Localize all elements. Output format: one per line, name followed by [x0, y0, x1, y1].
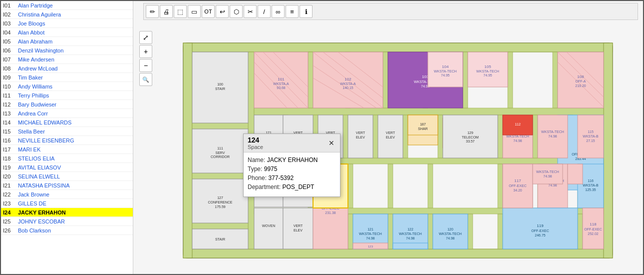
list-item[interactable]: I02Christina Aguilera: [1, 10, 133, 19]
svg-rect-2: [183, 249, 613, 258]
list-item[interactable]: I23GILLES DE: [1, 199, 133, 208]
item-name: MARI EK: [18, 146, 40, 152]
zoom-in-btn[interactable]: +: [139, 45, 152, 58]
item-name: Bary Budwieser: [18, 102, 56, 108]
svg-text:ELEV: ELEV: [356, 136, 365, 139]
popup-type-value: 9975: [264, 166, 278, 172]
svg-rect-1: [183, 43, 613, 52]
item-number: I09: [3, 74, 18, 80]
list-item[interactable]: I04Alan Abbot: [1, 28, 133, 37]
popup-header: 124 Space ✕: [244, 134, 340, 152]
list-item[interactable]: I07Mike Andersen: [1, 55, 133, 64]
tool-undo[interactable]: ↩: [216, 5, 229, 18]
item-number: I19: [3, 164, 18, 170]
list-item[interactable]: I19AVITAL ELIASOV: [1, 163, 133, 172]
svg-text:WKSTA-TECH: WKSTA-TECH: [541, 130, 564, 134]
list-item[interactable]: I22Jack Browne: [1, 190, 133, 199]
tool-copy[interactable]: ⬚: [174, 5, 187, 18]
list-item[interactable]: I14MICHAEL EDWARDS: [1, 118, 133, 127]
item-number: I10: [3, 84, 18, 90]
item-number: I02: [3, 12, 18, 18]
tool-shape[interactable]: ⬡: [230, 5, 243, 18]
item-name: NEVILLE EISENBERG: [18, 138, 74, 144]
svg-rect-25: [498, 115, 503, 158]
fit-btn[interactable]: ⤢: [139, 31, 152, 44]
list-item[interactable]: I06Denzil Washington: [1, 46, 133, 55]
svg-text:101: 101: [278, 77, 285, 82]
list-item[interactable]: I13Andrea Corr: [1, 109, 133, 118]
svg-rect-22: [373, 115, 378, 158]
svg-text:OFF-EXEC: OFF-EXEC: [584, 228, 602, 231]
svg-text:246.75: 246.75: [535, 234, 546, 237]
item-name: Tim Baker: [18, 74, 43, 80]
popup-phone-value: 377-5392: [268, 174, 294, 182]
item-number: I21: [3, 182, 18, 188]
list-item[interactable]: I03Joe Bloogs: [1, 19, 133, 28]
popup-title-area: 124 Space: [248, 136, 263, 150]
tool-print[interactable]: 🖨: [160, 5, 173, 18]
item-number: I25: [3, 218, 18, 224]
list-item[interactable]: I10Andy Williams: [1, 82, 133, 91]
svg-text:100: 100: [217, 82, 223, 86]
list-item[interactable]: I25JOHNY ESCOBAR: [1, 217, 133, 226]
svg-text:ELEV: ELEV: [294, 228, 303, 232]
tool-cut[interactable]: ✂: [244, 5, 257, 18]
tool-list[interactable]: ≡: [286, 5, 299, 18]
svg-rect-37: [428, 214, 433, 249]
item-number: I13: [3, 110, 18, 116]
svg-text:129: 129: [467, 131, 473, 134]
svg-rect-6: [192, 123, 248, 129]
svg-rect-4: [604, 43, 613, 258]
popup-name-value: JACKY ERHAHON: [267, 156, 318, 164]
item-number: I05: [3, 38, 18, 44]
map-canvas[interactable]: 101 WKSTA-A 93.68 102 WKSTA-A 140.15 103…: [133, 23, 643, 274]
list-item[interactable]: I15Stella Beer: [1, 127, 133, 136]
svg-text:VERT: VERT: [294, 224, 303, 228]
svg-text:104: 104: [442, 64, 449, 69]
list-item[interactable]: I11Terry Phillips: [1, 91, 133, 100]
svg-text:219.20: 219.20: [575, 84, 586, 88]
list-item[interactable]: I26Bob Clarkson: [1, 226, 133, 235]
zoom-out-btn[interactable]: −: [139, 59, 152, 72]
svg-text:116: 116: [588, 179, 594, 182]
tool-line[interactable]: /: [258, 5, 271, 18]
svg-text:OFF-A: OFF-A: [576, 80, 586, 83]
svg-rect-35: [348, 214, 353, 249]
item-name: AVITAL ELIASOV: [18, 164, 61, 170]
svg-text:120: 120: [447, 228, 453, 231]
list-item[interactable]: I21NATASHA EPISSINA: [1, 181, 133, 190]
tool-infinity[interactable]: ∞: [272, 5, 285, 18]
list-item[interactable]: I09Tim Baker: [1, 73, 133, 82]
search-btn[interactable]: 🔍: [139, 73, 152, 86]
tool-text[interactable]: OT: [202, 5, 215, 18]
main-container: I01Alan PartridgeI02Christina AguileraI0…: [0, 0, 644, 275]
svg-text:WKSTA-B: WKSTA-B: [583, 184, 599, 187]
list-item[interactable]: I05Alan Abraham: [1, 37, 133, 46]
list-item[interactable]: I08Andrew McLoad: [1, 64, 133, 73]
list-item[interactable]: I12Bary Budwieser: [1, 100, 133, 109]
list-item[interactable]: I18STELIOS ELIA: [1, 154, 133, 163]
item-number: I15: [3, 128, 18, 134]
list-item[interactable]: I16NEVILLE EISENBERG: [1, 136, 133, 145]
list-item[interactable]: I20SELINA ELWELL: [1, 172, 133, 181]
svg-text:123: 123: [368, 245, 373, 248]
popup-dept-row: Department: POS_DEPT: [248, 184, 336, 190]
svg-text:WKSTA-A: WKSTA-A: [273, 82, 289, 86]
list-item[interactable]: I17MARI EK: [1, 145, 133, 154]
svg-rect-192: [568, 164, 583, 184]
tool-draw[interactable]: ✏: [146, 5, 159, 18]
tool-rect[interactable]: ▭: [188, 5, 201, 18]
list-item[interactable]: I24JACKY ERHAHON: [1, 208, 133, 217]
svg-text:CONFERENCE: CONFERENCE: [208, 200, 232, 204]
svg-text:34.20: 34.20: [513, 188, 522, 192]
item-number: I20: [3, 174, 18, 180]
list-item[interactable]: I01Alan Partridge: [1, 1, 133, 10]
svg-rect-41: [578, 214, 583, 249]
item-name: Mike Andersen: [18, 56, 54, 62]
tool-info[interactable]: ℹ: [300, 5, 313, 18]
item-name: Bob Clarkson: [18, 228, 51, 234]
people-list: I01Alan PartridgeI02Christina AguileraI0…: [1, 1, 133, 274]
svg-text:WOVEN: WOVEN: [262, 224, 275, 228]
popup-close-button[interactable]: ✕: [327, 138, 336, 148]
svg-rect-164: [433, 214, 468, 249]
